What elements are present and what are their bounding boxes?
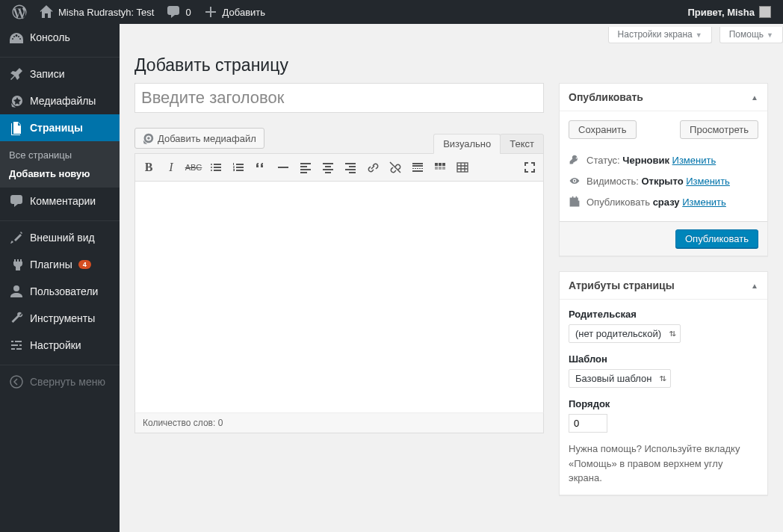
fullscreen-button[interactable]: [519, 157, 540, 178]
ol-button[interactable]: [228, 157, 249, 178]
camera-icon: [141, 132, 155, 145]
unlink-button[interactable]: [385, 157, 406, 178]
plugin-icon: [9, 257, 24, 272]
wp-logo[interactable]: [6, 0, 33, 24]
schedule-row: Опубликовать сразу Изменить: [569, 191, 758, 212]
svg-rect-3: [442, 163, 445, 166]
site-link[interactable]: Misha Rudrastyh: Test: [33, 0, 160, 24]
menu-posts[interactable]: Записи: [0, 61, 120, 87]
chevron-up-icon: ▲: [751, 282, 758, 290]
svg-rect-1: [435, 163, 438, 166]
sliders-icon: [9, 338, 24, 353]
menu-pages[interactable]: Страницы: [0, 114, 120, 141]
help-tab[interactable]: Помощь▼: [719, 27, 783, 43]
save-draft-button[interactable]: Сохранить: [569, 120, 637, 139]
edit-schedule-link[interactable]: Изменить: [682, 197, 726, 208]
visibility-row: Видимость: Открыто Изменить: [569, 170, 758, 191]
comments-count: 0: [185, 7, 191, 18]
hr-button[interactable]: [273, 157, 294, 178]
wp-logo-icon: [12, 4, 27, 19]
pages-icon: [9, 120, 24, 135]
submenu-all-pages[interactable]: Все страницы: [0, 146, 120, 164]
svg-rect-4: [435, 167, 438, 170]
key-icon: [569, 154, 581, 166]
bold-button[interactable]: B: [138, 157, 159, 178]
editor-content[interactable]: [134, 182, 544, 413]
comments-link[interactable]: 0: [160, 0, 196, 24]
main-content: Настройки экрана▼ Помощь▼ Добавить стран…: [120, 24, 783, 532]
menu-appearance[interactable]: Внешний вид: [0, 224, 120, 251]
pages-submenu: Все страницы Добавить новую: [0, 141, 120, 188]
svg-point-0: [10, 376, 22, 388]
publish-button[interactable]: Опубликовать: [675, 229, 758, 248]
dashboard-icon: [9, 30, 24, 45]
calendar-icon: [569, 196, 581, 208]
toolbar-toggle-button[interactable]: [430, 157, 451, 178]
ul-button[interactable]: [205, 157, 226, 178]
admin-bar: Misha Rudrastyh: Test 0 Добавить Привет,…: [0, 0, 783, 24]
wrench-icon: [9, 311, 24, 326]
editor-toolbar: B I ABC: [134, 153, 544, 182]
edit-visibility-link[interactable]: Изменить: [686, 176, 730, 187]
align-right-button[interactable]: [340, 157, 361, 178]
menu-users[interactable]: Пользователи: [0, 278, 120, 305]
plus-icon: [203, 4, 218, 19]
svg-rect-5: [439, 167, 442, 170]
publish-box-header[interactable]: Опубликовать ▲: [560, 84, 767, 111]
admin-sidebar: Консоль Записи Медиафайлы Страницы Все с…: [0, 24, 120, 532]
pin-icon: [9, 66, 24, 81]
title-wrap: [134, 83, 544, 113]
user-greeting[interactable]: Привет, Misha: [681, 0, 777, 24]
home-icon: [39, 4, 54, 19]
align-left-button[interactable]: [295, 157, 316, 178]
table-button[interactable]: [452, 157, 473, 178]
title-input[interactable]: [134, 83, 544, 113]
users-icon: [9, 284, 24, 299]
chevron-down-icon: ▼: [767, 31, 773, 39]
screen-meta: Настройки экрана▼ Помощь▼: [134, 27, 783, 43]
link-button[interactable]: [362, 157, 383, 178]
menu-settings[interactable]: Настройки: [0, 332, 120, 359]
align-center-button[interactable]: [318, 157, 338, 178]
menu-comments[interactable]: Комментарии: [0, 188, 120, 214]
menu-plugins[interactable]: Плагины 4: [0, 251, 120, 278]
comments-icon: [9, 194, 24, 208]
preview-button[interactable]: Просмотреть: [680, 120, 758, 139]
publish-box: Опубликовать ▲ Сохранить Просмотреть Ста…: [559, 83, 768, 256]
template-select[interactable]: Базовый шаблон: [569, 369, 671, 388]
menu-tools[interactable]: Инструменты: [0, 305, 120, 332]
add-media-button[interactable]: Добавить медиафайл: [134, 128, 264, 149]
page-heading: Добавить страницу: [134, 43, 768, 83]
collapse-menu[interactable]: Свернуть меню: [0, 368, 120, 395]
quote-button[interactable]: [250, 157, 271, 178]
svg-rect-6: [442, 167, 445, 170]
collapse-icon: [9, 374, 24, 389]
brush-icon: [9, 230, 24, 245]
parent-select[interactable]: (нет родительской): [569, 324, 681, 343]
menu-media[interactable]: Медиафайлы: [0, 87, 120, 114]
menu-dashboard[interactable]: Консоль: [0, 24, 120, 51]
chevron-down-icon: ▼: [696, 31, 702, 39]
tab-visual[interactable]: Визуально: [433, 134, 501, 154]
more-button[interactable]: [407, 157, 428, 178]
submenu-add-page[interactable]: Добавить новую: [0, 164, 120, 183]
order-input[interactable]: [569, 414, 607, 433]
attributes-box: Атрибуты страницы ▲ Родительская (нет ро…: [559, 271, 768, 495]
attributes-help: Нужна помощь? Используйте вкладку «Помощ…: [569, 442, 758, 486]
eye-icon: [569, 175, 581, 187]
attributes-box-header[interactable]: Атрибуты страницы ▲: [560, 272, 767, 300]
editor-box: Добавить медиафайл Визуально Текст B I A…: [134, 128, 544, 433]
add-new-link[interactable]: Добавить: [197, 0, 271, 24]
svg-rect-2: [439, 163, 442, 166]
plugin-update-badge: 4: [78, 260, 91, 269]
screen-options-tab[interactable]: Настройки экрана▼: [608, 27, 712, 43]
comment-icon: [166, 4, 181, 19]
italic-button[interactable]: I: [161, 157, 182, 178]
template-label: Шаблон: [569, 353, 758, 365]
strike-button[interactable]: ABC: [183, 157, 204, 178]
avatar: [759, 6, 771, 18]
parent-label: Родительская: [569, 309, 758, 320]
editor-status-bar: Количество слов: 0: [134, 412, 544, 433]
tab-text[interactable]: Текст: [500, 134, 544, 154]
edit-status-link[interactable]: Изменить: [672, 155, 717, 166]
